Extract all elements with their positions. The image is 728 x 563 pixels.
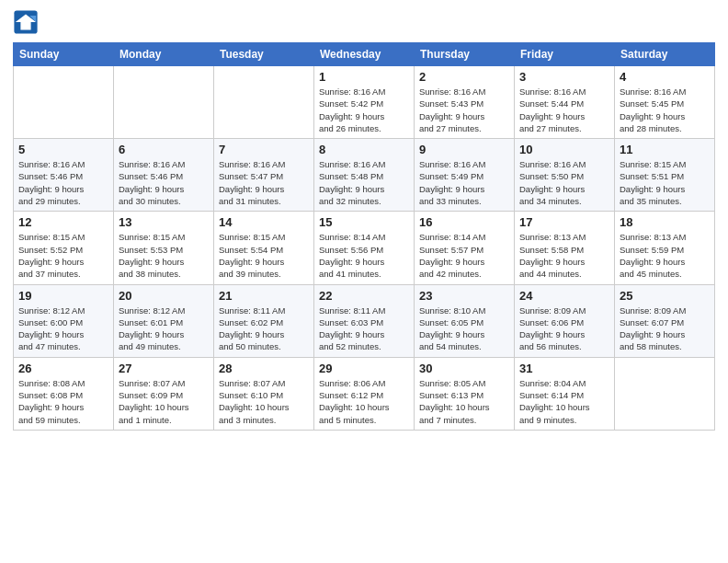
day-number: 8 — [319, 143, 409, 156]
calendar-cell: 31Sunrise: 8:04 AMSunset: 6:14 PMDayligh… — [515, 357, 615, 430]
day-number: 11 — [620, 143, 710, 156]
day-info: Sunrise: 8:13 AMSunset: 5:58 PMDaylight:… — [519, 231, 609, 280]
calendar-week-1: 1Sunrise: 8:16 AMSunset: 5:42 PMDaylight… — [14, 66, 715, 139]
weekday-header-monday: Monday — [114, 43, 214, 66]
header — [13, 9, 715, 35]
calendar-cell: 30Sunrise: 8:05 AMSunset: 6:13 PMDayligh… — [415, 357, 515, 430]
day-info: Sunrise: 8:09 AMSunset: 6:07 PMDaylight:… — [620, 304, 710, 353]
day-info: Sunrise: 8:16 AMSunset: 5:45 PMDaylight:… — [620, 86, 710, 134]
day-info: Sunrise: 8:16 AMSunset: 5:47 PMDaylight:… — [219, 158, 309, 207]
calendar-cell: 6Sunrise: 8:16 AMSunset: 5:46 PMDaylight… — [114, 139, 214, 212]
calendar-cell: 9Sunrise: 8:16 AMSunset: 5:49 PMDaylight… — [415, 139, 515, 212]
day-number: 1 — [319, 70, 409, 84]
calendar-cell: 21Sunrise: 8:11 AMSunset: 6:02 PMDayligh… — [214, 284, 314, 357]
calendar-cell: 26Sunrise: 8:08 AMSunset: 6:08 PMDayligh… — [14, 357, 114, 430]
day-number: 6 — [119, 143, 209, 156]
day-number: 26 — [18, 362, 108, 375]
day-info: Sunrise: 8:15 AMSunset: 5:53 PMDaylight:… — [119, 231, 209, 280]
calendar-week-2: 5Sunrise: 8:16 AMSunset: 5:46 PMDaylight… — [14, 139, 715, 212]
calendar-cell: 8Sunrise: 8:16 AMSunset: 5:48 PMDaylight… — [314, 139, 415, 212]
day-number: 10 — [519, 143, 609, 156]
calendar-cell: 19Sunrise: 8:12 AMSunset: 6:00 PMDayligh… — [14, 284, 114, 357]
day-info: Sunrise: 8:16 AMSunset: 5:49 PMDaylight:… — [419, 158, 509, 207]
day-info: Sunrise: 8:13 AMSunset: 5:59 PMDaylight:… — [620, 231, 710, 280]
day-info: Sunrise: 8:10 AMSunset: 6:05 PMDaylight:… — [419, 304, 509, 353]
day-number: 12 — [18, 215, 108, 229]
day-info: Sunrise: 8:11 AMSunset: 6:02 PMDaylight:… — [219, 304, 309, 353]
calendar-cell: 5Sunrise: 8:16 AMSunset: 5:46 PMDaylight… — [14, 139, 114, 212]
day-info: Sunrise: 8:14 AMSunset: 5:57 PMDaylight:… — [419, 231, 509, 280]
calendar-cell: 27Sunrise: 8:07 AMSunset: 6:09 PMDayligh… — [114, 357, 214, 430]
day-info: Sunrise: 8:16 AMSunset: 5:42 PMDaylight:… — [319, 86, 409, 134]
day-number: 7 — [219, 143, 309, 156]
day-info: Sunrise: 8:16 AMSunset: 5:44 PMDaylight:… — [519, 86, 609, 134]
calendar-cell: 20Sunrise: 8:12 AMSunset: 6:01 PMDayligh… — [114, 284, 214, 357]
day-number: 25 — [620, 289, 710, 303]
calendar-cell: 14Sunrise: 8:15 AMSunset: 5:54 PMDayligh… — [214, 212, 314, 284]
day-info: Sunrise: 8:07 AMSunset: 6:09 PMDaylight:… — [119, 377, 209, 426]
logo-icon — [13, 9, 39, 35]
day-info: Sunrise: 8:16 AMSunset: 5:48 PMDaylight:… — [319, 158, 409, 207]
day-number: 21 — [219, 289, 309, 303]
day-number: 14 — [219, 215, 309, 229]
day-info: Sunrise: 8:05 AMSunset: 6:13 PMDaylight:… — [419, 377, 509, 426]
calendar-cell: 29Sunrise: 8:06 AMSunset: 6:12 PMDayligh… — [314, 357, 415, 430]
calendar-cell — [114, 66, 214, 139]
day-info: Sunrise: 8:15 AMSunset: 5:52 PMDaylight:… — [18, 231, 108, 280]
calendar-cell: 3Sunrise: 8:16 AMSunset: 5:44 PMDaylight… — [515, 66, 615, 139]
day-number: 29 — [319, 362, 409, 375]
day-info: Sunrise: 8:16 AMSunset: 5:50 PMDaylight:… — [519, 158, 609, 207]
calendar-cell: 7Sunrise: 8:16 AMSunset: 5:47 PMDaylight… — [214, 139, 314, 212]
day-info: Sunrise: 8:06 AMSunset: 6:12 PMDaylight:… — [319, 377, 409, 426]
day-info: Sunrise: 8:04 AMSunset: 6:14 PMDaylight:… — [519, 377, 609, 426]
weekday-header-thursday: Thursday — [415, 43, 515, 66]
day-info: Sunrise: 8:12 AMSunset: 6:00 PMDaylight:… — [18, 304, 108, 353]
calendar-week-4: 19Sunrise: 8:12 AMSunset: 6:00 PMDayligh… — [14, 284, 715, 357]
day-info: Sunrise: 8:16 AMSunset: 5:43 PMDaylight:… — [419, 86, 509, 134]
calendar-cell: 22Sunrise: 8:11 AMSunset: 6:03 PMDayligh… — [314, 284, 415, 357]
day-number: 9 — [419, 143, 509, 156]
day-number: 30 — [419, 362, 509, 375]
day-info: Sunrise: 8:14 AMSunset: 5:56 PMDaylight:… — [319, 231, 409, 280]
calendar-cell: 13Sunrise: 8:15 AMSunset: 5:53 PMDayligh… — [114, 212, 214, 284]
calendar-cell — [14, 66, 114, 139]
day-number: 28 — [219, 362, 309, 375]
calendar-table: SundayMondayTuesdayWednesdayThursdayFrid… — [13, 42, 715, 431]
calendar-cell: 25Sunrise: 8:09 AMSunset: 6:07 PMDayligh… — [615, 284, 715, 357]
day-info: Sunrise: 8:08 AMSunset: 6:08 PMDaylight:… — [18, 377, 108, 426]
weekday-header-tuesday: Tuesday — [214, 43, 314, 66]
day-number: 4 — [620, 70, 710, 84]
calendar-cell: 15Sunrise: 8:14 AMSunset: 5:56 PMDayligh… — [314, 212, 415, 284]
day-number: 19 — [18, 289, 108, 303]
day-info: Sunrise: 8:11 AMSunset: 6:03 PMDaylight:… — [319, 304, 409, 353]
calendar-header-row: SundayMondayTuesdayWednesdayThursdayFrid… — [14, 43, 715, 66]
calendar-week-5: 26Sunrise: 8:08 AMSunset: 6:08 PMDayligh… — [14, 357, 715, 430]
calendar-cell: 4Sunrise: 8:16 AMSunset: 5:45 PMDaylight… — [615, 66, 715, 139]
day-number: 17 — [519, 215, 609, 229]
calendar-cell: 23Sunrise: 8:10 AMSunset: 6:05 PMDayligh… — [415, 284, 515, 357]
day-info: Sunrise: 8:07 AMSunset: 6:10 PMDaylight:… — [219, 377, 309, 426]
day-number: 2 — [419, 70, 509, 84]
day-number: 20 — [119, 289, 209, 303]
weekday-header-sunday: Sunday — [14, 43, 114, 66]
calendar-cell: 17Sunrise: 8:13 AMSunset: 5:58 PMDayligh… — [515, 212, 615, 284]
calendar-cell: 11Sunrise: 8:15 AMSunset: 5:51 PMDayligh… — [615, 139, 715, 212]
day-number: 15 — [319, 215, 409, 229]
day-number: 27 — [119, 362, 209, 375]
calendar-cell: 10Sunrise: 8:16 AMSunset: 5:50 PMDayligh… — [515, 139, 615, 212]
day-number: 13 — [119, 215, 209, 229]
day-info: Sunrise: 8:15 AMSunset: 5:51 PMDaylight:… — [620, 158, 710, 207]
calendar-cell: 2Sunrise: 8:16 AMSunset: 5:43 PMDaylight… — [415, 66, 515, 139]
day-info: Sunrise: 8:16 AMSunset: 5:46 PMDaylight:… — [18, 158, 108, 207]
day-info: Sunrise: 8:15 AMSunset: 5:54 PMDaylight:… — [219, 231, 309, 280]
day-number: 22 — [319, 289, 409, 303]
day-info: Sunrise: 8:12 AMSunset: 6:01 PMDaylight:… — [119, 304, 209, 353]
weekday-header-friday: Friday — [515, 43, 615, 66]
weekday-header-saturday: Saturday — [615, 43, 715, 66]
calendar-cell: 28Sunrise: 8:07 AMSunset: 6:10 PMDayligh… — [214, 357, 314, 430]
day-info: Sunrise: 8:16 AMSunset: 5:46 PMDaylight:… — [119, 158, 209, 207]
calendar-cell: 18Sunrise: 8:13 AMSunset: 5:59 PMDayligh… — [615, 212, 715, 284]
day-number: 5 — [18, 143, 108, 156]
day-number: 3 — [519, 70, 609, 84]
calendar-cell — [615, 357, 715, 430]
